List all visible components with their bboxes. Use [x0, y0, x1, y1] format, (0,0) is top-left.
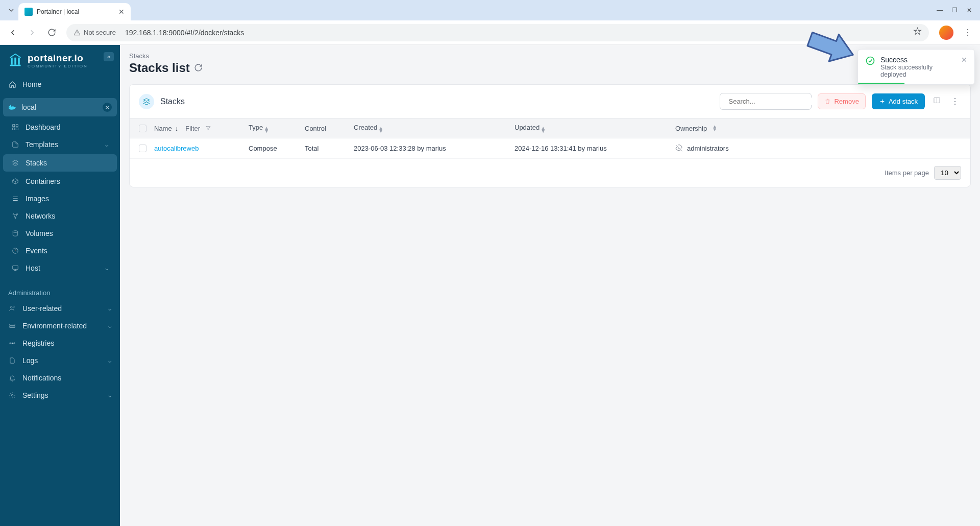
tab-search-dropdown[interactable] — [4, 3, 18, 17]
registries-icon — [8, 340, 16, 347]
svg-rect-2 — [18, 58, 20, 65]
forward-button[interactable] — [23, 24, 41, 41]
address-bar[interactable]: Not secure 192.168.1.18:9000/#!/2/docker… — [66, 24, 929, 41]
svg-rect-8 — [13, 125, 15, 127]
search-input[interactable]: ✕ — [720, 93, 812, 110]
cell-updated: 2024-12-16 13:31:41 by marius — [514, 145, 675, 152]
stack-name-link[interactable]: autocalibreweb — [154, 145, 199, 152]
columns-toggle-icon[interactable] — [931, 97, 943, 106]
sidebar-item-settings[interactable]: Settings ⌵ — [0, 387, 120, 404]
table-row: autocalibreweb Compose Total 2023-06-03 … — [130, 138, 970, 159]
minimize-icon[interactable]: — — [937, 7, 943, 14]
column-header-ownership[interactable]: Ownership▲▼ — [675, 125, 961, 132]
sidebar-item-environment-related[interactable]: Environment-related ⌵ — [0, 317, 120, 334]
bookmark-icon[interactable] — [913, 27, 922, 38]
column-header-control[interactable]: Control — [305, 125, 354, 132]
chevron-down-icon: ⌵ — [108, 357, 112, 364]
plus-icon — [879, 98, 886, 105]
close-icon[interactable]: ✕ — [118, 8, 125, 16]
row-checkbox[interactable] — [139, 145, 146, 152]
environment-name: local — [21, 103, 36, 111]
sidebar-item-images[interactable]: Images — [3, 190, 117, 207]
sidebar-item-logs[interactable]: Logs ⌵ — [0, 352, 120, 369]
maximize-icon[interactable]: ❐ — [952, 7, 958, 14]
sidebar-item-label: Settings — [22, 391, 48, 399]
sidebar-item-notifications[interactable]: Notifications — [0, 369, 120, 387]
remove-button[interactable]: Remove — [818, 93, 865, 109]
breadcrumb[interactable]: Stacks — [129, 52, 971, 60]
back-button[interactable] — [4, 24, 21, 41]
svg-rect-11 — [16, 128, 18, 130]
close-window-icon[interactable]: ✕ — [967, 7, 972, 14]
search-field[interactable] — [728, 98, 814, 105]
sort-icon: ▲▼ — [264, 127, 269, 133]
refresh-icon[interactable] — [194, 61, 203, 75]
sidebar-item-label: Dashboard — [26, 123, 61, 131]
window-controls: — ❐ ✕ — [937, 7, 976, 14]
gear-icon — [8, 392, 16, 399]
sidebar-item-label: Networks — [26, 212, 55, 220]
home-icon — [8, 81, 16, 88]
logo-text: portainer.io — [28, 53, 88, 64]
not-secure-label: Not secure — [84, 29, 116, 36]
success-icon — [865, 56, 875, 78]
column-header-created[interactable]: Created▲▼ — [354, 124, 514, 133]
sidebar-item-label: Images — [26, 195, 49, 203]
sidebar-item-registries[interactable]: Registries — [0, 334, 120, 352]
toast-close-icon[interactable]: ✕ — [961, 56, 967, 78]
table-menu-icon[interactable]: ⋮ — [949, 97, 961, 106]
column-header-updated[interactable]: Updated▲▼ — [514, 124, 675, 133]
sidebar-section-header: Administration — [0, 282, 120, 300]
sidebar-item-events[interactable]: Events — [3, 242, 117, 259]
column-header-name[interactable]: Name ↓ Filter — [154, 125, 249, 132]
filter-icon[interactable] — [205, 125, 211, 131]
browser-menu-icon[interactable]: ⋮ — [960, 28, 976, 37]
sidebar-item-label: Events — [26, 247, 47, 255]
page-title: Stacks list — [129, 61, 971, 75]
stacks-panel: Stacks ✕ Remove Add stack ⋮ — [129, 84, 971, 187]
sidebar-item-stacks[interactable]: Stacks — [3, 154, 117, 172]
docker-icon — [8, 104, 16, 111]
url-text: 192.168.1.18:9000/#!/2/docker/stacks — [125, 29, 909, 37]
svg-point-24 — [11, 394, 13, 396]
sidebar-item-label: Registries — [22, 339, 54, 347]
table-footer: Items per page 10 — [130, 159, 970, 187]
svg-point-13 — [16, 213, 17, 214]
chevron-down-icon: ⌵ — [108, 305, 112, 312]
environment-close-icon[interactable]: ✕ — [103, 103, 112, 112]
sidebar-item-volumes[interactable]: Volumes — [3, 225, 117, 242]
filter-label[interactable]: Filter — [185, 125, 200, 132]
sort-icon: ▲▼ — [378, 127, 383, 133]
page-size-select[interactable]: 10 — [934, 166, 961, 180]
sidebar-item-networks[interactable]: Networks — [3, 207, 117, 225]
sidebar: portainer.io COMMUNITY EDITION « Home lo… — [0, 45, 120, 526]
bell-icon — [8, 374, 16, 381]
templates-icon — [11, 141, 19, 148]
sidebar-collapse-button[interactable]: « — [104, 52, 114, 61]
images-icon — [11, 195, 19, 202]
sidebar-item-containers[interactable]: Containers — [3, 173, 117, 190]
users-icon — [8, 305, 16, 312]
visibility-off-icon — [675, 145, 683, 152]
browser-tab[interactable]: Portainer | local ✕ — [18, 3, 131, 20]
sidebar-item-user-related[interactable]: User-related ⌵ — [0, 300, 120, 317]
sidebar-item-templates[interactable]: Templates ⌵ — [3, 136, 117, 153]
sidebar-item-label: Volumes — [26, 229, 53, 237]
select-all-checkbox[interactable] — [139, 125, 146, 132]
dashboard-icon — [11, 124, 19, 131]
profile-avatar[interactable] — [939, 26, 953, 40]
security-indicator[interactable]: Not secure — [74, 29, 116, 36]
svg-point-21 — [12, 343, 13, 344]
sidebar-item-host[interactable]: Host ⌵ — [3, 259, 117, 277]
logo[interactable]: portainer.io COMMUNITY EDITION — [0, 45, 120, 76]
main-content: Stacks Stacks list Stacks ✕ Rem — [120, 45, 980, 526]
column-header-type[interactable]: Type▲▼ — [249, 124, 305, 133]
reload-button[interactable] — [43, 24, 60, 41]
svg-rect-7 — [10, 105, 11, 106]
svg-point-14 — [15, 217, 16, 218]
add-stack-button[interactable]: Add stack — [872, 93, 925, 109]
sidebar-item-dashboard[interactable]: Dashboard — [3, 118, 117, 136]
sidebar-item-home[interactable]: Home — [0, 76, 120, 93]
sort-icon: ▲▼ — [712, 125, 717, 131]
sidebar-environment-selector[interactable]: local ✕ — [3, 98, 117, 116]
